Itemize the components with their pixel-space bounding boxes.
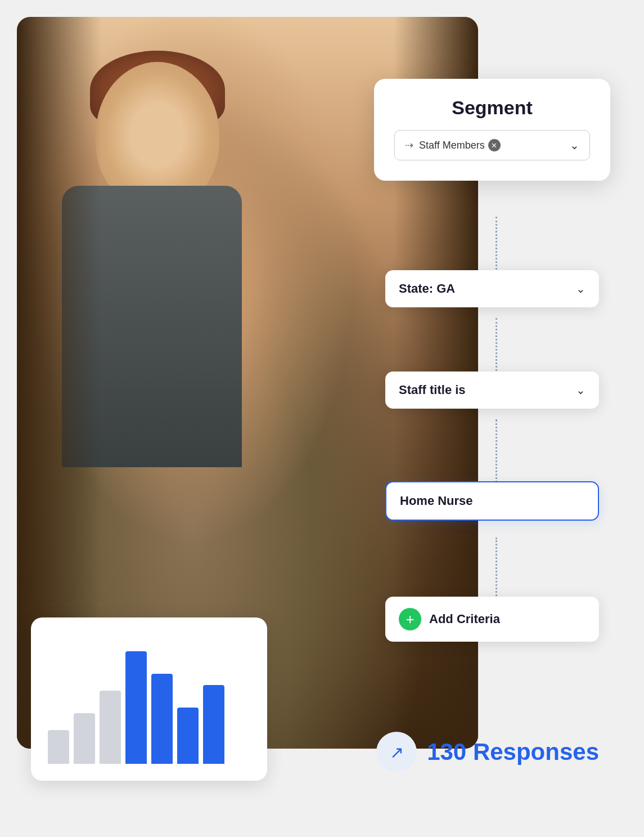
bar-5 [151,674,173,764]
bar-3 [100,691,121,764]
state-dropdown[interactable]: State: GA ⌄ [385,270,599,307]
main-container: Segment ⇢ Staff Members ✕ ⌄ State: GA ⌄ … [0,0,644,837]
staff-title-label: Staff title is [399,383,466,397]
bar-4 [125,651,147,764]
responses-container: ↗ 130 Responses [376,732,599,772]
add-criteria-label: Add Criteria [429,612,500,626]
segment-dropdown-left: ⇢ Staff Members ✕ [405,139,501,151]
segment-card: Segment ⇢ Staff Members ✕ ⌄ [374,79,610,181]
connector-line-4 [496,538,497,599]
home-nurse-input-container [385,481,599,521]
state-label: State: GA [399,281,455,296]
segment-dropdown[interactable]: ⇢ Staff Members ✕ ⌄ [394,130,590,160]
segment-icon: ⇢ [405,139,413,151]
segment-title: Segment [394,97,590,119]
segment-tag-label: Staff Members [419,140,485,151]
state-chevron-icon: ⌄ [576,282,586,296]
staff-title-chevron-icon: ⌄ [576,383,586,397]
arrow-icon: ↗ [390,742,404,762]
responses-count: 130 Responses [427,738,599,766]
staff-title-dropdown[interactable]: Staff title is ⌄ [385,371,599,409]
home-nurse-input[interactable] [385,481,599,521]
chevron-down-icon: ⌄ [570,138,579,152]
bar-chart-group [48,651,224,764]
add-criteria-icon: + [399,608,421,630]
bar-2 [74,713,95,764]
connector-line-3 [496,419,497,487]
connector-line-2 [496,318,497,374]
bar-7 [203,685,224,764]
bar-1 [48,730,69,764]
tag-close-button[interactable]: ✕ [488,139,501,151]
connector-line-1 [496,217,497,273]
add-criteria-button[interactable]: + Add Criteria [385,597,599,642]
segment-tag: Staff Members ✕ [419,139,501,151]
responses-icon[interactable]: ↗ [376,732,417,772]
bar-6 [177,708,199,764]
bar-chart-card [31,617,267,781]
